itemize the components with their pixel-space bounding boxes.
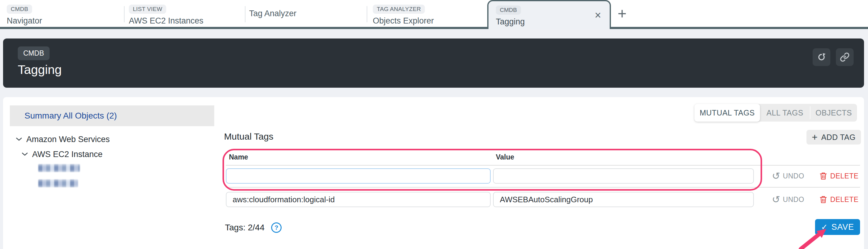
chevron-down-icon[interactable]: [22, 152, 28, 156]
undo-icon: ↺: [772, 194, 780, 204]
tab-badge: CMDB: [496, 5, 521, 15]
tab-badge: LIST VIEW: [129, 5, 166, 14]
redacted-object-name[interactable]: [38, 179, 78, 187]
redacted-object-name[interactable]: [38, 164, 80, 172]
undo-button[interactable]: ↺ UNDO: [772, 171, 804, 181]
column-header-name: Name: [229, 153, 248, 161]
add-tab-button[interactable]: +: [618, 0, 626, 27]
tab-label: Tagging: [496, 17, 610, 27]
tag-name-input[interactable]: [226, 168, 491, 184]
header-divider: [226, 165, 860, 166]
row-actions: ↺ UNDO DELETE: [772, 168, 859, 184]
undo-button[interactable]: ↺ UNDO: [772, 194, 804, 204]
switcher-label: OBJECTS: [816, 108, 852, 117]
switcher-label: ALL TAGS: [766, 108, 803, 117]
main-panel: Summary All Objects (2) Amazon Web Servi…: [3, 97, 864, 249]
tab-mutual-tags[interactable]: MUTUAL TAGS: [694, 104, 760, 121]
switcher-label: MUTUAL TAGS: [700, 108, 755, 117]
page-header: CMDB Tagging: [3, 38, 864, 88]
undo-icon: ↺: [772, 171, 780, 181]
header-actions: [813, 48, 854, 66]
browser-tab-strip: CMDB Navigator LIST VIEW AWS EC2 Instanc…: [0, 0, 868, 29]
check-icon: ✓: [821, 223, 828, 231]
help-icon[interactable]: ?: [271, 222, 282, 233]
tree-item-label: Amazon Web Services: [26, 135, 110, 144]
tag-value-input[interactable]: [493, 192, 754, 207]
summary-all-objects-link[interactable]: Summary All Objects (2): [10, 105, 214, 126]
trash-icon: [819, 172, 828, 180]
save-button[interactable]: ✓ SAVE: [815, 219, 860, 235]
tab-badge: TAG ANALYZER: [373, 5, 425, 14]
tab-navigator[interactable]: CMDB Navigator: [0, 0, 124, 27]
tags-counter-row: Tags: 2/44 ?: [225, 222, 282, 233]
tab-label: Tag Analyzer: [249, 9, 297, 18]
add-tag-button[interactable]: + ADD TAG: [806, 130, 861, 144]
section-heading: Mutual Tags: [224, 131, 273, 142]
tree-item-amazon-web-services[interactable]: Amazon Web Services: [16, 135, 110, 144]
tab-label: Navigator: [7, 16, 124, 26]
row-divider: [226, 187, 860, 187]
delete-label: DELETE: [830, 172, 859, 180]
delete-label: DELETE: [830, 195, 859, 204]
column-header-value: Value: [496, 153, 514, 161]
tree-item-aws-ec2-instance[interactable]: AWS EC2 Instance: [22, 149, 102, 159]
close-icon[interactable]: ×: [595, 10, 601, 21]
undo-label: UNDO: [783, 172, 804, 180]
view-switcher: MUTUAL TAGS ALL TAGS OBJECTS: [694, 104, 857, 121]
row-actions: ↺ UNDO DELETE: [772, 192, 859, 207]
plus-icon: +: [618, 5, 626, 22]
tab-aws-ec2-instances[interactable]: LIST VIEW AWS EC2 Instances: [125, 0, 245, 27]
tab-label: Objects Explorer: [373, 16, 487, 26]
refresh-icon: [816, 52, 826, 62]
tab-objects[interactable]: OBJECTS: [810, 104, 857, 121]
tab-strip-underline: [0, 27, 868, 29]
summary-label: Summary All Objects (2): [25, 111, 117, 121]
cmdb-badge: CMDB: [18, 46, 50, 60]
delete-button[interactable]: DELETE: [819, 195, 859, 204]
tab-tag-analyzer[interactable]: Tag Analyzer: [245, 0, 367, 27]
trash-icon: [819, 195, 828, 204]
undo-label: UNDO: [783, 195, 804, 204]
tab-label: AWS EC2 Instances: [129, 16, 245, 26]
tree-item-label: AWS EC2 Instance: [32, 150, 102, 159]
add-tag-label: ADD TAG: [821, 133, 856, 142]
delete-button[interactable]: DELETE: [819, 172, 859, 180]
chevron-down-icon[interactable]: [16, 138, 22, 141]
tab-badge: CMDB: [7, 5, 32, 14]
save-label: SAVE: [831, 222, 854, 232]
help-glyph: ?: [275, 224, 278, 231]
copy-link-button[interactable]: [836, 48, 854, 66]
refresh-button[interactable]: [813, 48, 830, 66]
tag-value-input[interactable]: [493, 168, 754, 184]
plus-icon: +: [812, 132, 817, 142]
tag-name-input[interactable]: [226, 192, 491, 207]
page-title: Tagging: [18, 63, 864, 77]
tags-counter: Tags: 2/44: [225, 223, 265, 233]
tab-tagging-active[interactable]: CMDB Tagging ×: [487, 0, 611, 29]
tab-all-tags[interactable]: ALL TAGS: [760, 104, 810, 121]
tab-objects-explorer[interactable]: TAG ANALYZER Objects Explorer: [367, 0, 487, 27]
link-icon: [840, 52, 850, 62]
